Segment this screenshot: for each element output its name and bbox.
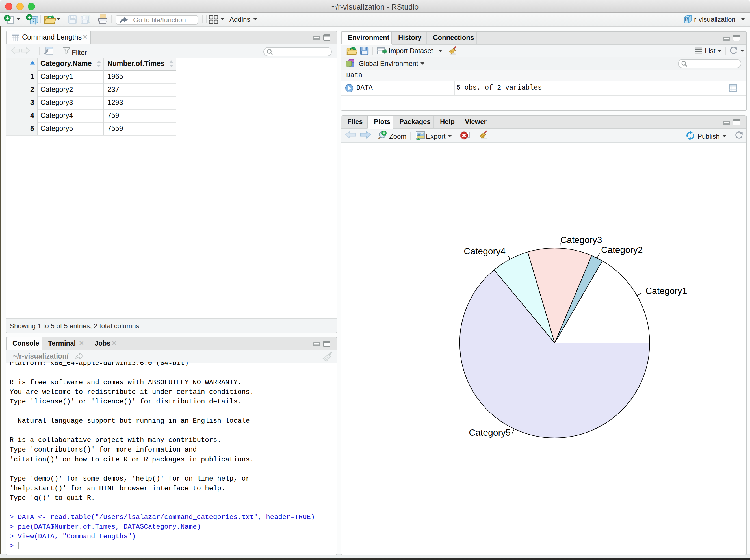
svg-text:Category1: Category1 bbox=[646, 286, 687, 296]
svg-text:Category5: Category5 bbox=[469, 427, 511, 438]
svg-text:Category2: Category2 bbox=[601, 245, 643, 255]
svg-text:R: R bbox=[32, 18, 35, 24]
svg-text:Category3: Category3 bbox=[560, 235, 602, 245]
svg-text:Category4: Category4 bbox=[464, 246, 506, 256]
svg-text:R: R bbox=[685, 17, 688, 23]
